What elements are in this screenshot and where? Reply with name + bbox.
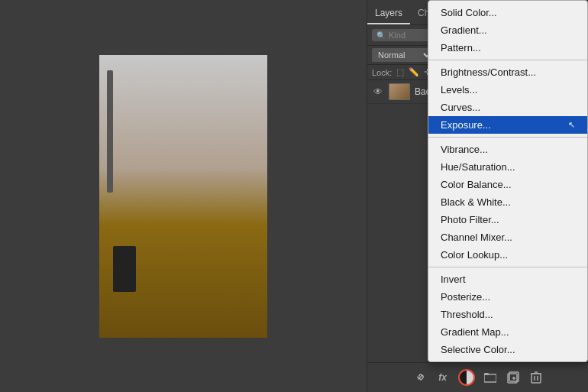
svg-rect-6 bbox=[531, 374, 541, 383]
lock-paint-icon[interactable]: ✏️ bbox=[409, 67, 419, 77]
menu-divider-2 bbox=[428, 137, 587, 138]
lock-transparent-icon[interactable]: ⬚ bbox=[396, 67, 404, 77]
link-icon[interactable] bbox=[412, 370, 428, 385]
menu-item-threshold[interactable]: Threshold... bbox=[428, 306, 587, 323]
menu-item-posterize[interactable]: Posterize... bbox=[428, 288, 587, 306]
menu-item-color-lookup[interactable]: Color Lookup... bbox=[428, 246, 587, 264]
fx-icon[interactable]: fx bbox=[435, 370, 451, 385]
new-group-icon[interactable] bbox=[483, 370, 498, 385]
layer-visibility-icon[interactable]: 👁 bbox=[372, 86, 384, 98]
half-circle-icon bbox=[458, 369, 475, 386]
tab-layers[interactable]: Layers bbox=[367, 3, 410, 24]
layers-panel: Layers Channels P 🔍 Kind ⊞ Normal Opacit… bbox=[367, 0, 588, 392]
layer-thumbnail bbox=[389, 83, 410, 100]
canvas-photo bbox=[99, 55, 267, 338]
lock-label: Lock: bbox=[372, 68, 392, 77]
menu-item-hue-saturation[interactable]: Hue/Saturation... bbox=[428, 158, 587, 176]
svg-rect-0 bbox=[484, 374, 496, 382]
menu-item-exposure[interactable]: Exposure... ↖ bbox=[428, 116, 587, 134]
svg-rect-1 bbox=[484, 373, 489, 375]
menu-item-vibrance[interactable]: Vibrance... bbox=[428, 141, 587, 158]
delete-layer-icon[interactable] bbox=[528, 370, 544, 385]
canvas-image bbox=[99, 55, 267, 338]
menu-item-brightness-contrast[interactable]: Brightness/Contrast... bbox=[428, 63, 587, 81]
menu-divider-1 bbox=[428, 60, 587, 60]
menu-item-color-balance[interactable]: Color Balance... bbox=[428, 176, 587, 193]
menu-item-curves[interactable]: Curves... bbox=[428, 99, 587, 116]
menu-item-gradient[interactable]: Gradient... bbox=[428, 21, 587, 39]
menu-item-photo-filter[interactable]: Photo Filter... bbox=[428, 211, 587, 228]
menu-item-levels[interactable]: Levels... bbox=[428, 81, 587, 99]
search-kind-label: Kind bbox=[389, 31, 405, 40]
menu-item-gradient-map[interactable]: Gradient Map... bbox=[428, 323, 587, 341]
adjustment-layer-dropdown: Solid Color... Gradient... Pattern... Br… bbox=[428, 0, 588, 362]
canvas-area bbox=[0, 0, 367, 392]
menu-item-black-white[interactable]: Black & White... bbox=[428, 193, 587, 211]
menu-item-solid-color[interactable]: Solid Color... bbox=[428, 4, 587, 21]
search-icon: 🔍 bbox=[376, 31, 386, 40]
blend-mode-select[interactable]: Normal bbox=[372, 48, 433, 62]
menu-divider-3 bbox=[428, 267, 587, 267]
new-layer-icon[interactable] bbox=[506, 370, 521, 385]
layers-bottom-bar: fx bbox=[367, 362, 588, 392]
menu-item-pattern[interactable]: Pattern... bbox=[428, 39, 587, 57]
menu-item-channel-mixer[interactable]: Channel Mixer... bbox=[428, 228, 587, 246]
new-adjustment-layer-button[interactable] bbox=[458, 369, 475, 386]
cursor-indicator: ↖ bbox=[568, 120, 575, 130]
menu-item-selective-color[interactable]: Selective Color... bbox=[428, 341, 587, 358]
menu-item-invert[interactable]: Invert bbox=[428, 271, 587, 288]
